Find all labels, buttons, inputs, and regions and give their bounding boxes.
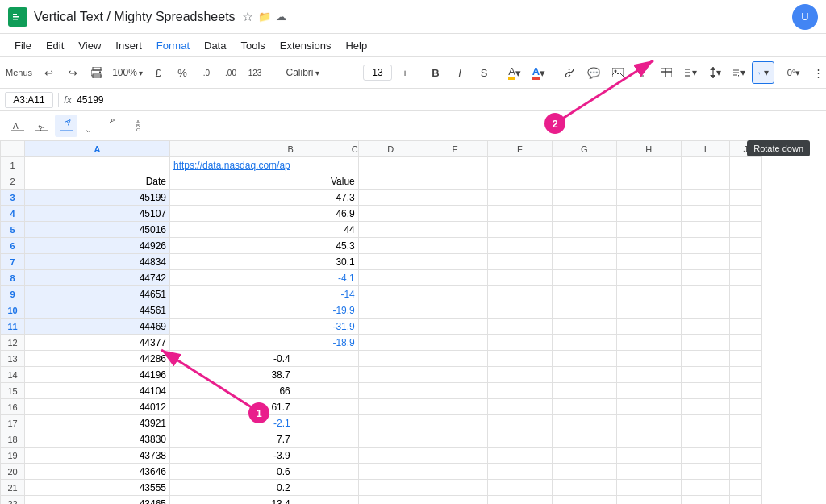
cell-f11[interactable] — [487, 319, 552, 335]
cell-c18[interactable] — [294, 431, 358, 448]
cell-b3[interactable] — [170, 190, 294, 206]
row-header[interactable]: 5 — [1, 222, 25, 238]
orient-tilt-down-btn[interactable]: A — [55, 115, 77, 137]
cell-i5[interactable] — [681, 222, 729, 238]
format123-btn[interactable]: 123 — [244, 61, 266, 84]
cell-d22[interactable] — [358, 496, 423, 505]
cell-b10[interactable] — [170, 302, 294, 319]
cell-g2[interactable] — [552, 173, 616, 190]
cell-h6[interactable] — [616, 238, 681, 254]
cell-j14[interactable] — [729, 367, 761, 383]
cell-h19[interactable] — [616, 448, 681, 464]
cell-f1[interactable] — [487, 157, 552, 173]
cell-e10[interactable] — [423, 302, 487, 319]
cell-a8[interactable]: 44742 — [25, 270, 170, 286]
align-btn[interactable]: ▾ — [679, 61, 702, 84]
cell-g14[interactable] — [552, 367, 616, 383]
cell-j3[interactable] — [729, 190, 761, 206]
formula-input[interactable] — [77, 94, 821, 106]
cell-h15[interactable] — [616, 383, 681, 399]
row-header[interactable]: 4 — [1, 206, 25, 222]
comment-btn[interactable]: 💬 — [582, 61, 605, 84]
cell-b16[interactable]: 61.7 — [170, 399, 294, 415]
cell-b8[interactable] — [170, 270, 294, 286]
menu-edit[interactable]: Edit — [40, 38, 70, 53]
filter-btn[interactable] — [631, 61, 653, 84]
cell-i9[interactable] — [681, 286, 729, 302]
cell-j15[interactable] — [729, 383, 761, 399]
cell-g19[interactable] — [552, 448, 616, 464]
cell-c19[interactable] — [294, 448, 358, 464]
cell-e6[interactable] — [423, 238, 487, 254]
cell-i6[interactable] — [681, 238, 729, 254]
cell-f9[interactable] — [487, 286, 552, 302]
cell-b22[interactable]: -13.4 — [170, 496, 294, 505]
cell-a14[interactable]: 44196 — [25, 367, 170, 383]
menu-help[interactable]: Help — [339, 38, 373, 53]
cell-a18[interactable]: 43830 — [25, 431, 170, 448]
cell-g10[interactable] — [552, 302, 616, 319]
bold-btn[interactable]: B — [424, 61, 447, 84]
cell-j2[interactable] — [729, 173, 761, 190]
cell-f22[interactable] — [487, 496, 552, 505]
cell-a21[interactable]: 43555 — [25, 480, 170, 496]
cell-d6[interactable] — [358, 238, 423, 254]
cell-h10[interactable] — [616, 302, 681, 319]
cell-b15[interactable]: 66 — [170, 383, 294, 399]
cell-d3[interactable] — [358, 190, 423, 206]
cell-e2[interactable] — [423, 173, 487, 190]
cell-d7[interactable] — [358, 254, 423, 270]
cell-c21[interactable] — [294, 480, 358, 496]
cell-c9[interactable]: -14 — [294, 286, 358, 302]
cell-a13[interactable]: 44286 — [25, 351, 170, 367]
cell-c20[interactable] — [294, 464, 358, 480]
cell-e19[interactable] — [423, 448, 487, 464]
row-header[interactable]: 20 — [1, 464, 25, 480]
orient-horizontal-btn[interactable]: A — [6, 115, 29, 137]
cell-b7[interactable] — [170, 254, 294, 270]
cell-j11[interactable] — [729, 319, 761, 335]
cell-i18[interactable] — [681, 431, 729, 448]
font-size-down-btn[interactable]: − — [339, 61, 361, 84]
cell-f14[interactable] — [487, 367, 552, 383]
menu-extensions[interactable]: Extensions — [273, 38, 338, 53]
row-header[interactable]: 19 — [1, 448, 25, 464]
degree-btn[interactable]: 0°▾ — [782, 61, 805, 84]
cell-a9[interactable]: 44651 — [25, 286, 170, 302]
cell-a15[interactable]: 44104 — [25, 383, 170, 399]
cell-g16[interactable] — [552, 399, 616, 415]
cell-b14[interactable]: 38.7 — [170, 367, 294, 383]
cell-g3[interactable] — [552, 190, 616, 206]
cell-b12[interactable] — [170, 335, 294, 351]
cell-a12[interactable]: 44377 — [25, 335, 170, 351]
cell-e5[interactable] — [423, 222, 487, 238]
cell-j1[interactable] — [729, 157, 761, 173]
cell-g20[interactable] — [552, 464, 616, 480]
cell-a7[interactable]: 44834 — [25, 254, 170, 270]
cell-a11[interactable]: 44469 — [25, 319, 170, 335]
menu-data[interactable]: Data — [198, 38, 232, 53]
star-icon[interactable]: ☆ — [242, 9, 253, 24]
cell-b18[interactable]: 7.7 — [170, 431, 294, 448]
cell-f17[interactable] — [487, 415, 552, 431]
wrap-btn[interactable]: ▾ — [728, 61, 750, 84]
cell-d8[interactable] — [358, 270, 423, 286]
cell-c4[interactable]: 46.9 — [294, 206, 358, 222]
redo-btn[interactable]: ↪ — [61, 61, 84, 84]
cell-g17[interactable] — [552, 415, 616, 431]
more-btn[interactable]: ⋮ — [807, 61, 826, 84]
cell-d13[interactable] — [358, 351, 423, 367]
cell-g9[interactable] — [552, 286, 616, 302]
font-name-btn[interactable]: Calibri ▾ — [274, 61, 331, 84]
cell-f10[interactable] — [487, 302, 552, 319]
text-rotate-btn[interactable]: A ▾ — [752, 61, 774, 84]
cell-c17[interactable] — [294, 415, 358, 431]
row-header[interactable]: 12 — [1, 335, 25, 351]
cell-j17[interactable] — [729, 415, 761, 431]
col-header-a[interactable]: A — [25, 141, 170, 157]
cell-g5[interactable] — [552, 222, 616, 238]
cell-i13[interactable] — [681, 351, 729, 367]
row-header[interactable]: 15 — [1, 383, 25, 399]
cell-h4[interactable] — [616, 206, 681, 222]
cell-f15[interactable] — [487, 383, 552, 399]
